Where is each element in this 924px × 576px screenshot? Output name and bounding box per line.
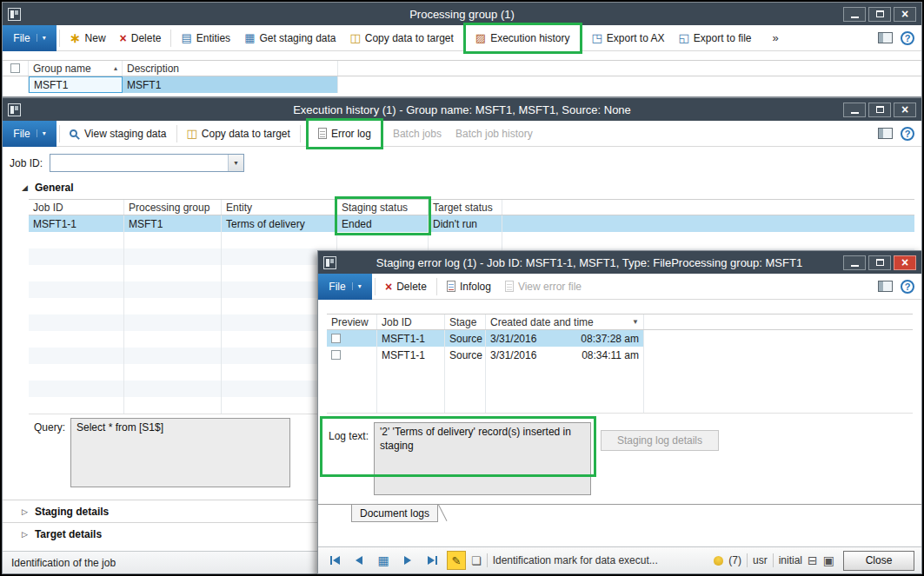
entities-button[interactable]: ▤Entities [174, 25, 237, 50]
collapsed-icon: ▷ [22, 507, 28, 516]
grid-view-button[interactable]: ▦ [374, 552, 393, 569]
select-all-checkbox[interactable] [10, 63, 20, 73]
query-textbox[interactable]: Select * from [S1$] [70, 418, 290, 487]
entities-icon: ▤ [181, 32, 191, 43]
maximize-button[interactable] [868, 103, 891, 117]
user-id: usr [753, 554, 768, 566]
description-cell: MSFT1 [123, 76, 338, 93]
combo-dropdown-button[interactable]: ▼ [228, 155, 243, 171]
close-button[interactable]: × [894, 103, 916, 117]
created-cell: 3/31/201608:34:11 am [486, 347, 644, 363]
layout-panel-icon[interactable] [878, 128, 893, 139]
view-staging-data-button[interactable]: View staging data [63, 121, 174, 146]
statusbar-separator [773, 553, 774, 567]
column-header-target-status[interactable]: Target status [429, 200, 502, 215]
maximize-button[interactable] [868, 7, 891, 22]
grid-header-row: Preview Job ID Stage Created date and ti… [327, 314, 913, 330]
column-header-stage[interactable]: Stage [445, 314, 486, 329]
copy-data-to-target-button[interactable]: ◫Copy data to target [180, 121, 297, 146]
first-record-button[interactable] [325, 552, 344, 569]
close-button[interactable]: × [894, 255, 916, 270]
delete-button[interactable]: ×Delete [378, 274, 434, 299]
column-header-preview[interactable]: Preview [327, 314, 377, 329]
error-log-icon [318, 128, 327, 139]
file-menu-button[interactable]: File▾ [318, 274, 372, 300]
previous-record-button[interactable] [349, 552, 369, 569]
maximize-icon [876, 10, 884, 17]
minimize-button[interactable] [843, 7, 866, 22]
document-handling-button[interactable]: ❏ [471, 554, 482, 567]
stage-cell: Source [445, 347, 486, 363]
grid-row-msft1[interactable]: MSFT1 MSFT1 [3, 76, 921, 93]
preview-checkbox[interactable] [331, 350, 341, 360]
preview-cell [327, 347, 377, 363]
processing-group-cell: MSFT1 [124, 215, 222, 232]
layout-panel-icon[interactable] [878, 281, 893, 292]
file-menu-button[interactable]: File▾ [3, 121, 57, 147]
help-icon[interactable]: ? [901, 31, 914, 45]
sort-desc-icon: ▼ [628, 318, 639, 326]
column-header-created[interactable]: Created date and time▼ [486, 314, 644, 329]
job-id-cell: MSFT1-1 [29, 215, 124, 232]
edit-record-button[interactable]: ✎ [447, 551, 466, 570]
column-header-staging-status[interactable]: Staging status [337, 200, 429, 215]
screen-icon[interactable]: ▣ [823, 553, 834, 567]
delete-button[interactable]: ×Delete [113, 25, 169, 50]
notification-count: (7) [728, 554, 741, 566]
error-log-row-2[interactable]: MSFT1-1 Source 3/31/201608:34:11 am [327, 347, 913, 363]
copy-data-to-target-button[interactable]: ◫Copy data to target [342, 25, 460, 50]
new-button[interactable]: ∗New [63, 25, 113, 50]
column-header-processing-group[interactable]: Processing group [124, 200, 222, 215]
close-button[interactable]: × [894, 7, 916, 22]
chevron-down-icon: ▾ [37, 129, 46, 137]
column-header-job-id[interactable]: Job ID [377, 314, 445, 329]
help-icon[interactable]: ? [901, 280, 914, 294]
copy-data-icon: ◫ [349, 32, 360, 43]
log-textbox[interactable]: '2' 'Terms of delivery' record(s) insert… [374, 422, 591, 495]
close-window-button[interactable]: Close [843, 551, 914, 571]
minimize-icon [851, 112, 859, 114]
layout-panel-icon[interactable] [878, 32, 893, 43]
job-id-label: Job ID: [10, 157, 43, 169]
execution-history-button[interactable]: ▨Execution history [469, 25, 577, 51]
combo-value [50, 155, 228, 171]
next-record-button[interactable] [398, 552, 417, 569]
help-icon[interactable]: ? [901, 127, 914, 141]
preview-checkbox[interactable] [331, 334, 341, 343]
column-header-job-id[interactable]: Job ID [29, 200, 124, 215]
error-log-row-1[interactable]: MSFT1-1 Source 3/31/201608:37:28 am [327, 330, 913, 347]
app-icon [323, 256, 336, 269]
maximize-button[interactable] [868, 255, 891, 270]
minimize-button[interactable] [843, 255, 866, 270]
expanded-icon: ◢ [22, 183, 28, 192]
first-record-icon [333, 556, 340, 565]
batch-job-history-button: Batch job history [449, 121, 540, 146]
export-to-ax-button[interactable]: ◳Export to AX [585, 25, 672, 50]
stage-cell: Source [445, 330, 486, 347]
column-header-group-name[interactable]: Group name▴ [29, 61, 123, 76]
status-help-text: Identification mark for data execut... [493, 554, 709, 566]
toolbar-overflow-button[interactable]: » [768, 31, 784, 44]
last-record-button[interactable] [422, 552, 442, 569]
printer-icon[interactable]: ⊟ [808, 553, 818, 567]
notification-bell-icon[interactable] [714, 556, 723, 566]
entity-cell: Terms of delivery [222, 215, 337, 232]
export-to-file-button[interactable]: ◱Export to file [672, 25, 759, 50]
minimize-button[interactable] [843, 103, 866, 117]
column-header-description[interactable]: Description [123, 61, 338, 76]
tab-document-logs[interactable]: Document logs [351, 505, 438, 522]
grid-row-msft1-1[interactable]: MSFT1-1 MSFT1 Terms of delivery Ended Di… [29, 215, 914, 232]
get-staging-data-button[interactable]: ▦Get staging data [237, 25, 342, 50]
infolog-button[interactable]: Infolog [440, 274, 498, 299]
group-name-cell[interactable]: MSFT1 [29, 76, 123, 93]
job-id-combobox[interactable]: ▼ [50, 154, 244, 172]
staging-status-cell: Ended [337, 215, 429, 232]
file-menu-button[interactable]: File▾ [3, 25, 57, 51]
highlight-box-error-log: Error log [306, 118, 383, 149]
section-general[interactable]: ◢ General [3, 176, 921, 199]
error-log-button[interactable]: Error log [311, 121, 378, 147]
status-bar: ▦ ✎ ❏ Identification mark for data execu… [318, 546, 921, 573]
toolbar-separator [300, 125, 301, 142]
column-header-entity[interactable]: Entity [222, 200, 337, 215]
section-label: Staging details [35, 506, 109, 518]
